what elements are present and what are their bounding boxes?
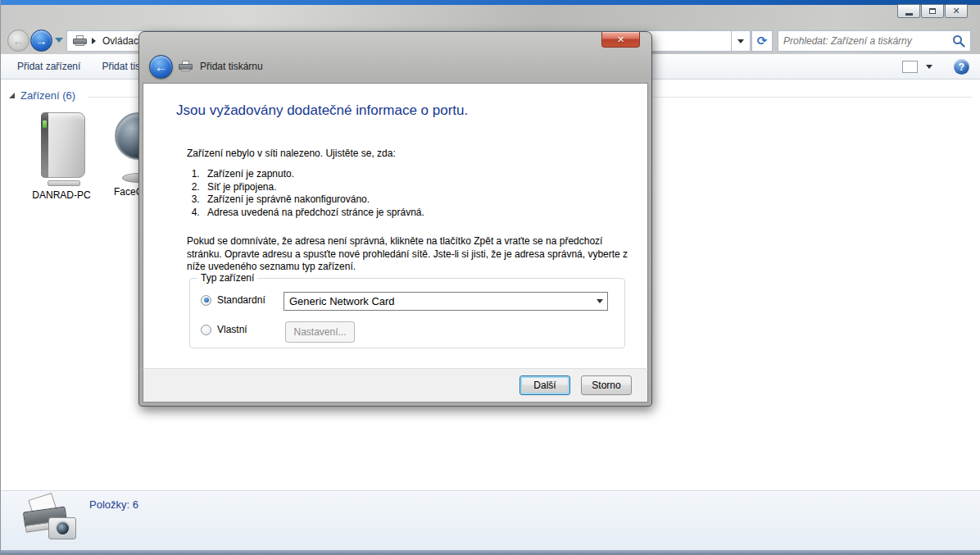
caption-buttons: ✕ <box>896 4 968 18</box>
device-type-combobox[interactable]: Generic Network Card <box>284 292 608 311</box>
restore-icon <box>929 8 936 14</box>
custom-radio-label[interactable]: Vlastní <box>217 324 247 335</box>
breadcrumb-item[interactable]: Ovládací <box>102 35 141 47</box>
back-button[interactable]: ← <box>7 30 29 52</box>
items-count: Položky: 6 <box>89 498 138 511</box>
recent-pages-dropdown-icon[interactable] <box>55 38 63 43</box>
group-header-label: Zařízení (6) <box>20 89 75 102</box>
dialog-body: Jsou vyžadovány dodatečné informace o po… <box>143 83 648 368</box>
standard-radio-label[interactable]: Standardní <box>217 294 265 306</box>
close-button[interactable]: ✕ <box>945 4 968 18</box>
custom-radio-row: Vlastní <box>201 324 247 335</box>
groupbox-label: Typ zařízení <box>197 272 257 284</box>
checklist-item: Adresa uvedená na předchozí stránce je s… <box>202 207 424 220</box>
device-item-danrad-pc[interactable]: DANRAD-PC <box>25 111 98 201</box>
device-label: DANRAD-PC <box>25 189 98 201</box>
add-printer-dialog: ✕ ← Přidat tiskárnu Jsou vyžadovány doda… <box>138 31 652 407</box>
next-button[interactable]: Další <box>519 375 570 395</box>
dialog-back-button[interactable]: ← <box>149 55 173 79</box>
device-type-groupbox: Typ zařízení Standardní Generic Network … <box>189 278 625 348</box>
forward-button[interactable]: → <box>30 30 52 52</box>
dialog-footer: Další Storno <box>143 368 648 403</box>
dialog-close-button[interactable]: ✕ <box>601 32 640 48</box>
settings-button[interactable]: Nastavení... <box>285 321 355 343</box>
standard-radio[interactable] <box>201 295 211 306</box>
checklist: Zařízení je zapnuto. Síť je připojena. Z… <box>202 168 424 219</box>
printer-icon <box>179 61 193 72</box>
wizard-heading: Jsou vyžadovány dodatečné informace o po… <box>176 102 468 119</box>
minimize-icon <box>905 13 913 16</box>
forward-icon: → <box>36 34 48 48</box>
minimize-button[interactable] <box>897 4 920 18</box>
search-icon[interactable] <box>952 34 965 48</box>
refresh-icon: ⟳ <box>757 34 768 48</box>
combobox-value: Generic Network Card <box>284 295 592 307</box>
add-device-button[interactable]: Přidat zařízení <box>17 61 80 72</box>
toolbar-right-group: ? <box>902 54 969 80</box>
checklist-item: Zařízení je správně nakonfigurováno. <box>202 193 424 207</box>
cancel-button[interactable]: Storno <box>581 375 632 395</box>
back-icon: ← <box>155 60 167 74</box>
devices-and-printers-window: ✕ ← → Ovládací ⟳ Přidat zařízení Přidat … <box>0 0 980 555</box>
checklist-item: Zařízení je zapnuto. <box>202 168 424 181</box>
search-box <box>778 30 971 52</box>
refresh-button[interactable]: ⟳ <box>751 30 773 52</box>
custom-radio[interactable] <box>201 325 211 335</box>
breadcrumb-arrow-icon[interactable] <box>92 38 96 44</box>
window-bottom-border <box>1 550 980 555</box>
standard-radio-row: Standardní <box>201 294 265 306</box>
instruction-paragraph: Pokud se domníváte, že adresa není správ… <box>187 235 636 274</box>
view-options-dropdown-icon[interactable] <box>926 65 932 69</box>
combobox-dropdown-icon[interactable] <box>592 293 607 310</box>
intro-text: Zařízení nebylo v síti nalezeno. Ujistět… <box>187 148 396 159</box>
printer-camera-icon <box>24 496 83 545</box>
close-icon: ✕ <box>617 34 624 44</box>
computer-icon <box>33 111 90 186</box>
back-icon: ← <box>13 34 25 48</box>
change-view-icon[interactable] <box>902 61 918 73</box>
dialog-title: Přidat tiskárnu <box>200 61 263 72</box>
dialog-header: ← Přidat tiskárnu <box>143 50 648 83</box>
search-input[interactable] <box>778 35 952 47</box>
address-dropdown-button[interactable] <box>732 30 751 52</box>
checklist-item: Síť je připojena. <box>202 181 424 194</box>
devices-group-header[interactable]: Zařízení (6) <box>9 89 75 102</box>
devices-and-printers-icon <box>73 35 87 47</box>
status-bar: Položky: 6 <box>1 490 980 550</box>
help-icon[interactable]: ? <box>954 59 969 75</box>
chevron-down-icon <box>737 39 744 43</box>
collapse-group-icon[interactable] <box>9 93 15 98</box>
maximize-button[interactable] <box>921 4 944 18</box>
close-icon: ✕ <box>952 7 960 16</box>
